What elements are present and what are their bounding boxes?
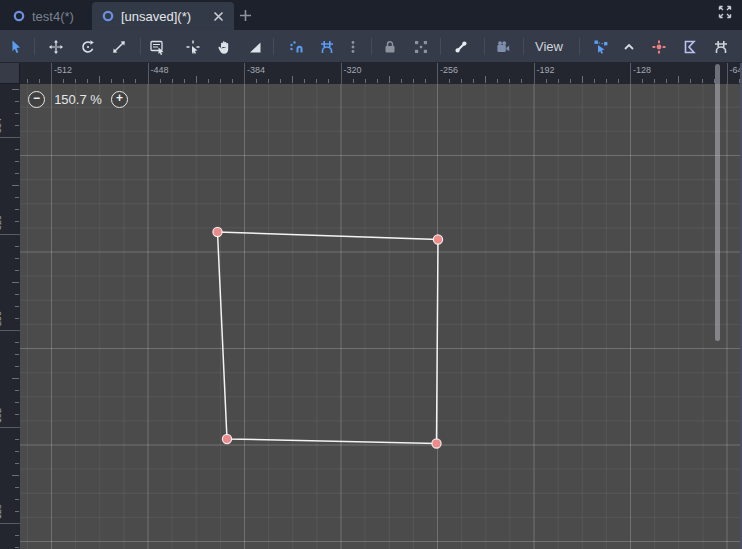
ruler-tick [12,378,19,379]
polygon-node-icon[interactable] [677,33,703,60]
toolbar-separator [440,38,441,55]
ruler-tick [15,161,19,162]
pan-tool-button[interactable] [211,33,237,60]
add-scene-tab-icon[interactable] [238,8,253,23]
ruler-tick [0,427,20,428]
ruler-tick [15,221,19,222]
zoom-in-button[interactable]: + [111,91,128,108]
position-marker-icon[interactable] [646,33,672,60]
ruler-tick [15,246,19,247]
ruler-tick [135,79,136,83]
ruler-label: -128 [0,504,3,522]
ruler-tick [15,511,19,512]
ruler-tick [232,79,233,83]
ruler-label: -256 [440,65,458,75]
scale-tool-button[interactable] [106,33,132,60]
ruler-tick [123,79,124,83]
ruler-tick [0,523,20,524]
toolbar-separator [579,38,580,55]
scene-tab-bar: test4(*) [unsaved](*) [0,0,742,30]
view-menu-button[interactable]: View [527,34,571,59]
ruler-tick [353,79,354,83]
zoom-level-label[interactable]: 150.7 % [45,92,111,107]
edit-points-tool-button[interactable] [588,33,614,60]
polygon-point-handle[interactable] [222,434,231,443]
polygon-point-handle[interactable] [213,227,222,236]
ruler-tick [15,366,19,367]
snap-settings-icon[interactable] [708,33,734,60]
grid-snap-toggle-button[interactable] [314,33,340,60]
ruler-tick [15,414,19,415]
ruler-tick [0,234,20,235]
list-select-tool-button[interactable] [144,33,170,60]
polygon-point-handle[interactable] [432,439,441,448]
ruler-tick [630,63,631,84]
toolbar-separator [34,38,35,55]
ruler-tick [280,79,281,83]
collapse-menu-icon[interactable] [616,33,642,60]
ruler-tick [546,79,547,83]
override-camera-icon[interactable] [490,33,516,60]
top-ruler[interactable]: -512-448-384-320-256-192-128-64 [20,63,742,84]
ruler-tick [15,535,19,536]
ruler-tick [75,79,76,83]
ruler-tick [365,79,366,83]
ruler-tick [437,63,438,84]
ruler-label: -384 [247,65,265,75]
ruler-tick [15,306,19,307]
ruler-tick [51,63,52,84]
ruler-tick [606,79,607,83]
close-icon[interactable] [213,11,224,22]
zoom-out-button[interactable]: − [28,91,45,108]
ruler-tick [15,439,19,440]
ruler-tick [678,76,679,83]
ruler-tick [377,79,378,83]
select-tool-button[interactable] [3,33,29,60]
pivot-tool-button[interactable] [180,33,206,60]
ruler-tick [497,79,498,83]
ruler-tick [63,79,64,83]
ruler-tick [666,79,667,83]
ruler-tick [15,270,19,271]
ruler-tick [15,390,19,391]
zoom-widget: − 150.7 % + [28,89,128,109]
ruler-tick [618,79,619,83]
toolbar-separator [273,38,274,55]
left-ruler[interactable]: -384-320-256-192-128 [0,84,20,549]
scene-tab-test4[interactable]: test4(*) [3,2,91,30]
polygon-outline [218,232,439,444]
ruler-label: -512 [54,65,72,75]
scene-tab-unsaved[interactable]: [unsaved](*) [92,2,234,30]
lock-node-button[interactable] [377,33,403,60]
ruler-label: -320 [344,65,362,75]
move-tool-button[interactable] [43,33,69,60]
ruler-tick [15,499,19,500]
snap-options-menu-icon[interactable] [340,33,366,60]
ruler-tick [12,282,19,283]
ruler-tick [15,197,19,198]
ruler-tick [15,451,19,452]
ruler-tick [570,79,571,83]
ruler-tick [39,79,40,83]
ruler-label: -192 [537,65,555,75]
ruler-tick [15,402,19,403]
canvas-viewport[interactable]: − 150.7 % + [20,84,742,549]
ruler-tick [594,79,595,83]
ruler-tick [184,79,185,83]
tab-label: test4(*) [32,9,74,24]
ruler-tick [642,79,643,83]
toolbar-separator [140,38,141,55]
expand-icon[interactable] [716,3,734,21]
ruler-tool-button[interactable] [242,33,268,60]
ruler-tick [15,318,19,319]
skeleton-options-icon[interactable] [448,33,474,60]
smart-snap-toggle-button[interactable] [283,33,309,60]
vertical-scrollbar-thumb[interactable] [715,64,720,341]
toolbar-separator [484,38,485,55]
ruler-tick [15,342,19,343]
rotate-tool-button[interactable] [75,33,101,60]
group-node-button[interactable] [408,33,434,60]
ruler-tick [727,63,728,84]
polygon-point-handle[interactable] [433,235,442,244]
ruler-tick [244,63,245,84]
